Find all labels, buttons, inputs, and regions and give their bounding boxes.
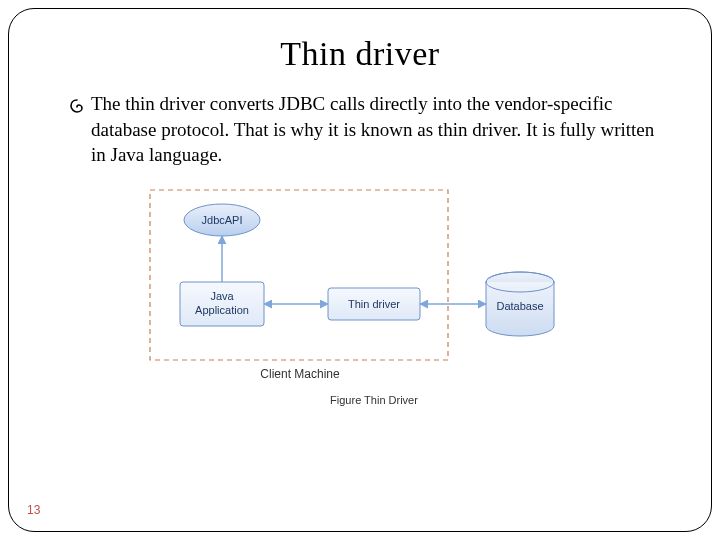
slide-frame: Thin driver The thin driver converts JDB… (8, 8, 712, 532)
diagram-label-db: Database (496, 300, 543, 312)
slide-title: Thin driver (49, 35, 671, 73)
bullet-item: The thin driver converts JDBC calls dire… (69, 91, 661, 168)
diagram-label-jdbc: JdbcAPI (202, 214, 243, 226)
page-number: 13 (27, 503, 40, 517)
figure-caption: Figure Thin Driver (330, 394, 418, 406)
diagram-label-app2: Application (195, 304, 249, 316)
bullet-text: The thin driver converts JDBC calls dire… (91, 91, 661, 168)
diagram-label-thin: Thin driver (348, 298, 400, 310)
thin-driver-diagram: JdbcAPI Java Application Thin driver Dat… (49, 182, 671, 412)
diagram-label-client: Client Machine (260, 367, 340, 381)
bullet-swirl-icon (69, 95, 85, 121)
diagram-label-app1: Java (210, 290, 234, 302)
